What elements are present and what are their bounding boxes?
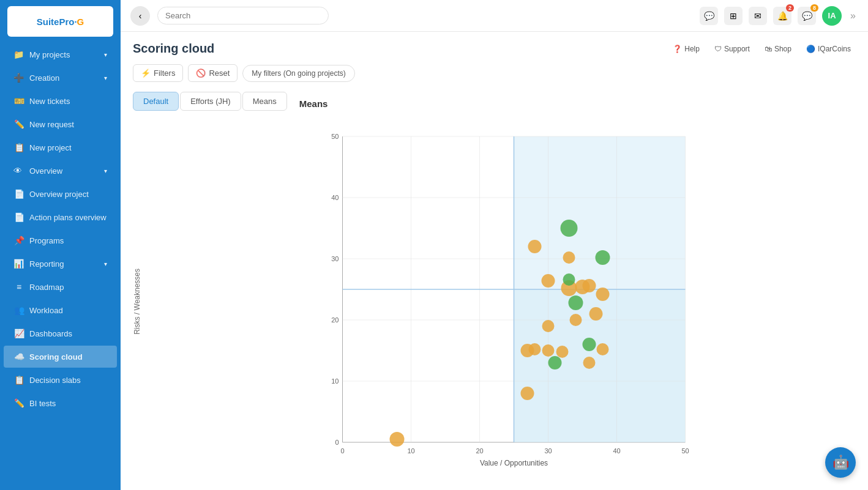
sidebar-item-label: Roadmap xyxy=(29,283,64,292)
mail-icon-button[interactable]: ✉ xyxy=(749,7,767,25)
dot[interactable] xyxy=(583,357,596,369)
sidebar-item-roadmap[interactable]: ≡ Roadmap xyxy=(4,276,117,298)
sidebar-item-overview-project[interactable]: 📄 Overview project xyxy=(4,183,117,205)
sidebar-item-label: Overview xyxy=(29,166,62,176)
sidebar-item-label: Programs xyxy=(29,236,64,245)
dot[interactable] xyxy=(521,387,534,400)
svg-rect-3 xyxy=(514,136,686,289)
edit-icon: ✏️ xyxy=(13,119,24,129)
sidebar-item-bi-tests[interactable]: ✏️ BI tests xyxy=(4,392,117,414)
grid-icon-button[interactable]: ⊞ xyxy=(724,7,743,25)
sidebar-item-label: Workload xyxy=(29,306,63,315)
dot[interactable] xyxy=(390,432,405,447)
tabs-chart-row: Default Efforts (JH) Means Means xyxy=(133,92,856,118)
svg-text:10: 10 xyxy=(407,447,414,455)
dot[interactable] xyxy=(561,220,578,237)
dot[interactable] xyxy=(556,346,569,358)
dot[interactable] xyxy=(583,338,596,351)
header-icons: 💬 ⊞ ✉ 🔔 2 💬 8 IA » xyxy=(700,6,858,26)
logo-text: SuitePro·G xyxy=(37,17,84,27)
pin-icon: 📌 xyxy=(13,236,24,245)
bell-icon-button[interactable]: 🔔 2 xyxy=(773,7,791,25)
svg-text:20: 20 xyxy=(476,447,483,455)
plus-icon: ➕ xyxy=(13,73,24,83)
sidebar-item-label: Decision slabs xyxy=(29,376,81,385)
sidebar-item-label: Reporting xyxy=(29,259,64,269)
svg-text:50: 50 xyxy=(681,447,689,455)
page-header-row: Scoring cloud ❓ Help 🛡 Support 🛍 Shop 🔵 … xyxy=(133,42,856,56)
folder-icon: 📁 xyxy=(13,50,24,59)
list-icon: ≡ xyxy=(13,282,24,292)
sidebar-item-my-projects[interactable]: 📁 My projects ▾ xyxy=(4,43,117,65)
reset-button[interactable]: 🚫 Reset xyxy=(188,64,238,82)
table-icon: 📋 xyxy=(13,375,24,385)
sidebar-item-new-tickets[interactable]: 🎫 New tickets xyxy=(4,90,117,112)
dot[interactable] xyxy=(548,356,562,369)
main-area: ‹ 💬 ⊞ ✉ 🔔 2 💬 8 IA » Scoring cloud ❓ Hel… xyxy=(121,0,868,490)
dot[interactable] xyxy=(569,295,583,310)
avatar-button[interactable]: IA xyxy=(822,6,842,26)
sidebar-item-new-project[interactable]: 📋 New project xyxy=(4,136,117,158)
tab-default[interactable]: Default xyxy=(133,92,179,111)
sidebar-item-overview[interactable]: 👁 Overview ▾ xyxy=(4,160,117,182)
chevron-icon: ▾ xyxy=(104,261,107,267)
dot[interactable] xyxy=(596,250,610,265)
cloud-icon: ☁️ xyxy=(13,352,24,362)
doc-icon: 📄 xyxy=(13,189,24,199)
sidebar-item-scoring-cloud[interactable]: ☁️ Scoring cloud xyxy=(4,346,117,368)
svg-text:10: 10 xyxy=(331,377,339,385)
dot[interactable] xyxy=(529,343,541,355)
dot[interactable] xyxy=(542,344,555,357)
sidebar-item-workload[interactable]: 👥 Workload xyxy=(4,299,117,321)
dot[interactable] xyxy=(542,274,555,288)
dot[interactable] xyxy=(570,314,582,326)
dot[interactable] xyxy=(528,240,542,253)
svg-text:30: 30 xyxy=(331,255,339,262)
help-link[interactable]: ❓ Help xyxy=(668,42,705,56)
sidebar-item-action-plans-overview[interactable]: 📄 Action plans overview xyxy=(4,206,117,228)
sidebar-item-label: Dashboards xyxy=(29,329,72,338)
collapse-icon[interactable]: » xyxy=(848,8,858,24)
iqar-link[interactable]: 🔵 IQarCoins xyxy=(801,42,856,56)
chat-icon-button[interactable]: 💬 xyxy=(700,7,718,25)
eye-icon: 👁 xyxy=(13,166,24,176)
tabs-row: Default Efforts (JH) Means xyxy=(133,92,287,111)
dot[interactable] xyxy=(589,307,603,321)
svg-text:Value / Opportunities: Value / Opportunities xyxy=(480,459,548,467)
sidebar-item-new-request[interactable]: ✏️ New request xyxy=(4,113,117,135)
svg-text:0: 0 xyxy=(340,447,344,455)
sidebar-item-label: Creation xyxy=(29,73,59,83)
shop-link[interactable]: 🛍 Shop xyxy=(760,42,796,56)
support-link[interactable]: 🛡 Support xyxy=(709,42,755,56)
filter-button[interactable]: ⚡ Filters xyxy=(133,64,183,82)
dot[interactable] xyxy=(583,279,596,292)
dot[interactable] xyxy=(563,251,575,264)
chevron-icon: ▾ xyxy=(104,75,107,81)
dot[interactable] xyxy=(563,273,575,286)
tab-efforts[interactable]: Efforts (JH) xyxy=(180,92,241,111)
sidebar-item-label: My projects xyxy=(29,50,70,59)
chart-title: Means xyxy=(299,98,328,109)
bar-chart-icon: 📈 xyxy=(13,329,24,338)
sidebar-item-creation[interactable]: ➕ Creation ▾ xyxy=(4,67,117,89)
dot[interactable] xyxy=(597,343,609,355)
sidebar-item-decision-slabs[interactable]: 📋 Decision slabs xyxy=(4,369,117,391)
tab-means[interactable]: Means xyxy=(242,92,287,111)
search-input[interactable] xyxy=(157,7,329,24)
dot[interactable] xyxy=(596,288,610,301)
active-filter-tag[interactable]: My filters (On going projects) xyxy=(242,65,354,82)
sidebar-item-label: New tickets xyxy=(29,97,70,106)
sidebar-item-programs[interactable]: 📌 Programs xyxy=(4,229,117,251)
sidebar: SuitePro·G 📁 My projects ▾ ➕ Creation ▾ … xyxy=(0,0,121,490)
svg-text:40: 40 xyxy=(613,447,620,455)
sidebar-item-dashboards[interactable]: 📈 Dashboards xyxy=(4,322,117,344)
svg-text:0: 0 xyxy=(335,439,339,446)
header: ‹ 💬 ⊞ ✉ 🔔 2 💬 8 IA » xyxy=(121,0,868,32)
reset-icon: 🚫 xyxy=(196,69,206,78)
bot-button[interactable]: 🤖 xyxy=(825,447,856,478)
sidebar-item-label: Scoring cloud xyxy=(29,352,83,362)
sidebar-item-reporting[interactable]: 📊 Reporting ▾ xyxy=(4,253,117,275)
message-icon-button[interactable]: 💬 8 xyxy=(798,7,816,25)
dot[interactable] xyxy=(542,320,555,332)
back-button[interactable]: ‹ xyxy=(130,6,150,26)
